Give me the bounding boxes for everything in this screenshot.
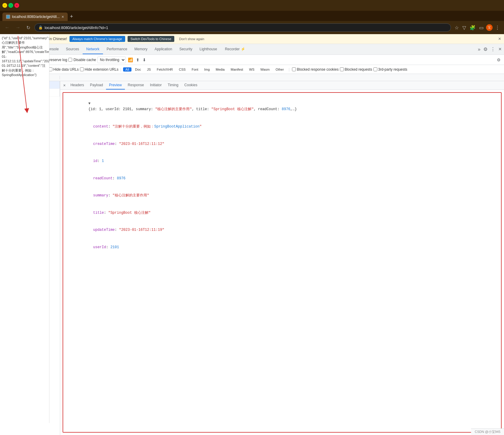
window-controls: − □ ×	[2, 3, 19, 8]
tab-close-button[interactable]: ×	[61, 14, 64, 19]
tab-favicon: 🌐	[6, 15, 10, 19]
new-tab-button[interactable]: +	[69, 12, 75, 21]
back-button[interactable]: ←	[3, 24, 11, 31]
url-bar[interactable]: 🔒 localhost:8080/article/getAllInfo?id=1	[34, 23, 451, 32]
reload-button[interactable]: ↻	[25, 24, 32, 32]
close-button[interactable]: ×	[14, 3, 19, 8]
browser-tab[interactable]: 🌐 localhost:8080/article/getAllI... ×	[2, 13, 68, 21]
url-text: localhost:8080/article/getAllInfo?id=1	[45, 25, 108, 30]
user-avatar[interactable]: 宝	[486, 24, 493, 31]
browser-titlebar: − □ ×	[0, 0, 504, 11]
tab-title: localhost:8080/article/getAllI...	[12, 15, 60, 19]
sidebar-button[interactable]: ▭	[478, 24, 485, 32]
forward-button[interactable]: →	[14, 24, 22, 31]
browser-actions: ☆ ▽ 🧩 ▭ 宝 ⋮	[453, 24, 501, 32]
menu-button[interactable]: ⋮	[494, 24, 501, 32]
lock-icon: 🔒	[38, 25, 43, 30]
maximize-button[interactable]: □	[8, 3, 13, 8]
bookmark-button[interactable]: ☆	[453, 24, 460, 32]
profile-button[interactable]: ▽	[461, 24, 467, 32]
minimize-button[interactable]: −	[2, 3, 7, 8]
address-bar: ← → ↻ 🔒 localhost:8080/article/getAllInf…	[0, 21, 504, 34]
tab-bar: 🌐 localhost:8080/article/getAllI... × +	[0, 11, 504, 21]
extensions-button[interactable]: 🧩	[468, 24, 477, 32]
